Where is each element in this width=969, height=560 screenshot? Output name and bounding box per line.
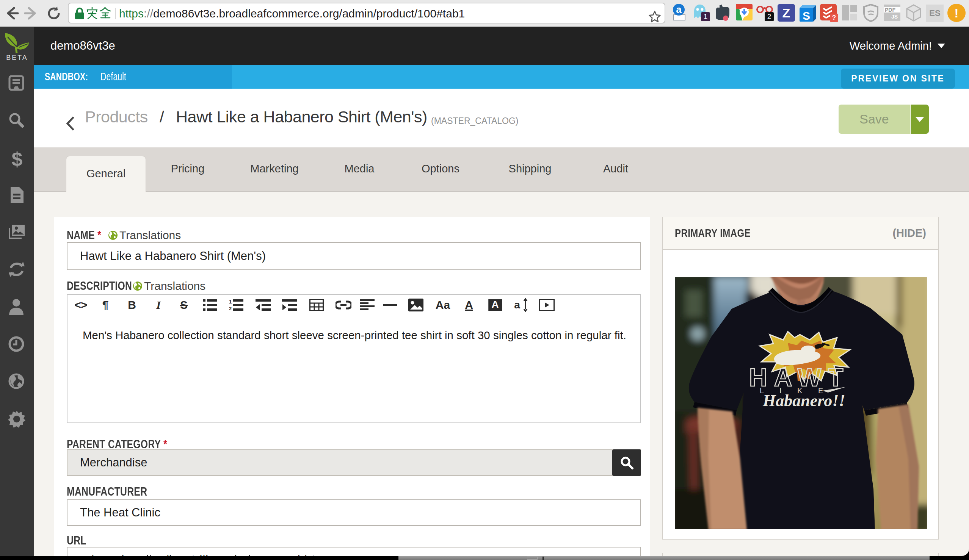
svg-text:1: 1 (229, 299, 231, 305)
svg-text:Habanero!!: Habanero!! (763, 391, 846, 410)
svg-text:S: S (803, 10, 810, 22)
svg-text:2: 2 (229, 306, 231, 311)
